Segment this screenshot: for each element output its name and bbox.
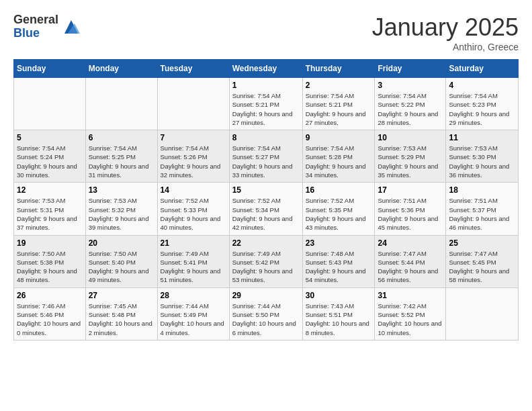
logo-blue: Blue	[13, 27, 58, 40]
day-info: Sunrise: 7:53 AM Sunset: 5:29 PM Dayligh…	[378, 144, 443, 179]
logo-text: General Blue	[13, 13, 58, 40]
day-number: 2	[306, 81, 372, 90]
day-of-week-wednesday: Wednesday	[229, 60, 302, 78]
day-info: Sunrise: 7:54 AM Sunset: 5:22 PM Dayligh…	[378, 91, 443, 127]
day-number: 27	[89, 291, 154, 300]
day-of-week-friday: Friday	[375, 60, 446, 78]
day-number: 19	[17, 238, 83, 248]
day-number: 31	[378, 291, 443, 300]
day-number: 30	[306, 291, 372, 300]
day-info: Sunrise: 7:47 AM Sunset: 5:44 PM Dayligh…	[378, 249, 443, 285]
day-cell: 25Sunrise: 7:47 AM Sunset: 5:45 PM Dayli…	[446, 235, 519, 287]
logo-general: General	[13, 13, 58, 27]
day-cell	[446, 287, 519, 340]
day-info: Sunrise: 7:46 AM Sunset: 5:46 PM Dayligh…	[17, 302, 83, 337]
day-cell: 31Sunrise: 7:42 AM Sunset: 5:52 PM Dayli…	[375, 287, 446, 340]
week-row-4: 19Sunrise: 7:50 AM Sunset: 5:38 PM Dayli…	[14, 235, 519, 287]
day-cell: 24Sunrise: 7:47 AM Sunset: 5:44 PM Dayli…	[375, 235, 446, 287]
day-cell	[14, 78, 86, 130]
day-of-week-sunday: Sunday	[14, 60, 86, 78]
calendar-table: SundayMondayTuesdayWednesdayThursdayFrid…	[13, 59, 519, 340]
logo: General Blue	[13, 13, 81, 40]
day-number: 4	[449, 81, 515, 90]
calendar-header: SundayMondayTuesdayWednesdayThursdayFrid…	[14, 60, 519, 78]
calendar-body: 1Sunrise: 7:54 AM Sunset: 5:21 PM Daylig…	[14, 78, 519, 340]
day-number: 3	[378, 81, 443, 90]
day-info: Sunrise: 7:49 AM Sunset: 5:41 PM Dayligh…	[161, 249, 226, 285]
day-info: Sunrise: 7:52 AM Sunset: 5:34 PM Dayligh…	[232, 196, 300, 232]
day-cell: 6Sunrise: 7:54 AM Sunset: 5:25 PM Daylig…	[85, 130, 157, 183]
day-cell: 22Sunrise: 7:49 AM Sunset: 5:42 PM Dayli…	[229, 235, 302, 287]
day-info: Sunrise: 7:54 AM Sunset: 5:23 PM Dayligh…	[449, 91, 515, 127]
week-row-5: 26Sunrise: 7:46 AM Sunset: 5:46 PM Dayli…	[14, 287, 519, 340]
title-section: January 2025 Anthiro, Greece	[372, 13, 519, 52]
day-cell: 1Sunrise: 7:54 AM Sunset: 5:21 PM Daylig…	[229, 78, 302, 130]
day-number: 8	[232, 133, 300, 142]
day-number: 23	[306, 238, 372, 248]
day-cell: 7Sunrise: 7:54 AM Sunset: 5:26 PM Daylig…	[157, 130, 229, 183]
day-info: Sunrise: 7:53 AM Sunset: 5:30 PM Dayligh…	[449, 144, 515, 179]
page-header: General Blue January 2025 Anthiro, Greec…	[13, 13, 519, 52]
day-number: 12	[17, 185, 83, 195]
day-number: 11	[449, 133, 515, 142]
day-info: Sunrise: 7:53 AM Sunset: 5:31 PM Dayligh…	[17, 196, 83, 232]
day-cell: 15Sunrise: 7:52 AM Sunset: 5:34 PM Dayli…	[229, 183, 302, 235]
day-info: Sunrise: 7:54 AM Sunset: 5:24 PM Dayligh…	[17, 144, 83, 179]
day-info: Sunrise: 7:54 AM Sunset: 5:25 PM Dayligh…	[89, 144, 154, 179]
day-number: 10	[378, 133, 443, 142]
week-row-1: 1Sunrise: 7:54 AM Sunset: 5:21 PM Daylig…	[14, 78, 519, 130]
day-number: 6	[89, 133, 154, 142]
day-cell: 21Sunrise: 7:49 AM Sunset: 5:41 PM Dayli…	[157, 235, 229, 287]
day-number: 5	[17, 133, 83, 142]
day-number: 28	[161, 291, 226, 300]
day-number: 22	[232, 238, 300, 248]
day-cell: 12Sunrise: 7:53 AM Sunset: 5:31 PM Dayli…	[14, 183, 86, 235]
day-number: 25	[449, 238, 515, 248]
day-info: Sunrise: 7:51 AM Sunset: 5:36 PM Dayligh…	[378, 196, 443, 232]
day-of-week-thursday: Thursday	[302, 60, 375, 78]
day-cell: 3Sunrise: 7:54 AM Sunset: 5:22 PM Daylig…	[375, 78, 446, 130]
month-title: January 2025	[372, 13, 519, 42]
day-cell: 2Sunrise: 7:54 AM Sunset: 5:21 PM Daylig…	[302, 78, 375, 130]
day-info: Sunrise: 7:49 AM Sunset: 5:42 PM Dayligh…	[232, 249, 300, 285]
day-cell: 13Sunrise: 7:53 AM Sunset: 5:32 PM Dayli…	[85, 183, 157, 235]
day-cell: 10Sunrise: 7:53 AM Sunset: 5:29 PM Dayli…	[375, 130, 446, 183]
day-number: 24	[378, 238, 443, 248]
day-number: 17	[378, 185, 443, 195]
day-cell: 11Sunrise: 7:53 AM Sunset: 5:30 PM Dayli…	[446, 130, 519, 183]
day-number: 15	[232, 185, 300, 195]
day-info: Sunrise: 7:50 AM Sunset: 5:40 PM Dayligh…	[89, 249, 154, 285]
day-cell: 4Sunrise: 7:54 AM Sunset: 5:23 PM Daylig…	[446, 78, 519, 130]
day-info: Sunrise: 7:54 AM Sunset: 5:21 PM Dayligh…	[232, 91, 300, 127]
day-info: Sunrise: 7:52 AM Sunset: 5:33 PM Dayligh…	[161, 196, 226, 232]
day-info: Sunrise: 7:42 AM Sunset: 5:52 PM Dayligh…	[378, 302, 443, 337]
day-number: 21	[161, 238, 226, 248]
day-cell: 30Sunrise: 7:43 AM Sunset: 5:51 PM Dayli…	[302, 287, 375, 340]
logo-icon	[61, 17, 81, 37]
day-cell: 16Sunrise: 7:52 AM Sunset: 5:35 PM Dayli…	[302, 183, 375, 235]
day-cell: 17Sunrise: 7:51 AM Sunset: 5:36 PM Dayli…	[375, 183, 446, 235]
day-info: Sunrise: 7:52 AM Sunset: 5:35 PM Dayligh…	[306, 196, 372, 232]
day-cell	[157, 78, 229, 130]
day-info: Sunrise: 7:53 AM Sunset: 5:32 PM Dayligh…	[89, 196, 154, 232]
day-info: Sunrise: 7:44 AM Sunset: 5:50 PM Dayligh…	[232, 302, 300, 337]
day-of-week-tuesday: Tuesday	[157, 60, 229, 78]
location: Anthiro, Greece	[372, 42, 519, 52]
day-info: Sunrise: 7:54 AM Sunset: 5:27 PM Dayligh…	[232, 144, 300, 179]
day-info: Sunrise: 7:44 AM Sunset: 5:49 PM Dayligh…	[161, 302, 226, 337]
day-cell: 5Sunrise: 7:54 AM Sunset: 5:24 PM Daylig…	[14, 130, 86, 183]
week-row-2: 5Sunrise: 7:54 AM Sunset: 5:24 PM Daylig…	[14, 130, 519, 183]
day-number: 7	[161, 133, 226, 142]
day-cell: 20Sunrise: 7:50 AM Sunset: 5:40 PM Dayli…	[85, 235, 157, 287]
day-info: Sunrise: 7:50 AM Sunset: 5:38 PM Dayligh…	[17, 249, 83, 285]
day-info: Sunrise: 7:48 AM Sunset: 5:43 PM Dayligh…	[306, 249, 372, 285]
day-info: Sunrise: 7:54 AM Sunset: 5:28 PM Dayligh…	[306, 144, 372, 179]
day-cell: 23Sunrise: 7:48 AM Sunset: 5:43 PM Dayli…	[302, 235, 375, 287]
day-of-week-monday: Monday	[85, 60, 157, 78]
day-cell	[85, 78, 157, 130]
day-cell: 19Sunrise: 7:50 AM Sunset: 5:38 PM Dayli…	[14, 235, 86, 287]
day-number: 13	[89, 185, 154, 195]
day-cell: 9Sunrise: 7:54 AM Sunset: 5:28 PM Daylig…	[302, 130, 375, 183]
day-of-week-saturday: Saturday	[446, 60, 519, 78]
day-info: Sunrise: 7:43 AM Sunset: 5:51 PM Dayligh…	[306, 302, 372, 337]
